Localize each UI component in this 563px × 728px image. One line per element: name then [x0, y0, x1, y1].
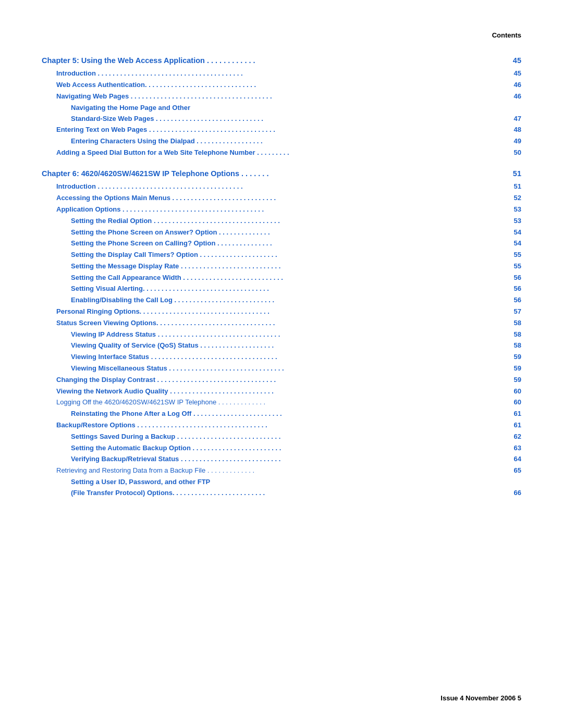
toc-entry-label: Web Access Authentication. . . . . . . .…	[56, 80, 256, 91]
toc-entry-page: 53	[507, 216, 521, 227]
chapter-page-num: 45	[507, 55, 521, 66]
toc-entry-label: Logging Off the 4620/4620SW/4621SW IP Te…	[56, 397, 265, 408]
toc-entry-page: 56	[507, 273, 521, 283]
toc-entry-label: Navigating Web Pages . . . . . . . . . .…	[56, 91, 272, 102]
toc-entry-intro6: Introduction . . . . . . . . . . . . . .…	[42, 181, 521, 192]
toc-entry-label: Personal Ringing Options. . . . . . . . …	[56, 306, 270, 317]
toc-entry-label: Entering Characters Using the Dialpad . …	[71, 136, 263, 147]
toc-entry-accessmain: Accessing the Options Main Menus . . . .…	[42, 193, 521, 204]
chapter-title: Chapter 5: Using the Web Access Applicat…	[42, 55, 507, 66]
toc-entry-setcalling: Setting the Phone Screen on Calling? Opt…	[42, 238, 521, 249]
toc-entry-page: 60	[507, 386, 521, 397]
toc-entry-label: Viewing Interface Status . . . . . . . .…	[71, 352, 277, 363]
toc-entry-viewnetaudio: Viewing the Network Audio Quality . . . …	[42, 386, 521, 397]
toc-entry-label: (File Transfer Protocol) Options. . . . …	[71, 488, 265, 499]
toc-entry-line2: (File Transfer Protocol) Options. . . . …	[71, 488, 521, 499]
toc-entry-settingssaved: Settings Saved During a Backup . . . . .…	[42, 431, 521, 442]
toc-entry-retrieverestore: Retrieving and Restoring Data from a Bac…	[42, 465, 521, 476]
toc-entry-label: Application Options . . . . . . . . . . …	[56, 204, 264, 215]
toc-entry-viewip: Viewing IP Address Status . . . . . . . …	[42, 329, 521, 340]
toc-entry-navhome: Navigating the Home Page and OtherStanda…	[42, 103, 521, 125]
toc-entry-label: Viewing Quality of Service (QoS) Status …	[71, 340, 274, 351]
toc-entry-setanswer: Setting the Phone Screen on Answer? Opti…	[42, 227, 521, 238]
toc-entry-label: Verifying Backup/Retrieval Status . . . …	[71, 454, 280, 465]
toc-entry-addspeeddial: Adding a Speed Dial Button for a Web Sit…	[42, 147, 521, 158]
toc-entry-page: 54	[507, 238, 521, 249]
toc-entry-page: 48	[507, 125, 521, 135]
toc-entry-enterdial: Entering Characters Using the Dialpad . …	[42, 136, 521, 147]
toc-entry-label: Introduction . . . . . . . . . . . . . .…	[56, 181, 243, 192]
toc-entry-viewmisc: Viewing Miscellaneous Status . . . . . .…	[42, 363, 521, 374]
toc-entry-page: 58	[507, 329, 521, 340]
toc-entry-page: 64	[507, 454, 521, 465]
toc-entry-changedisp: Changing the Display Contrast . . . . . …	[42, 375, 521, 386]
toc-entry-page: 54	[507, 227, 521, 238]
toc-entry-label: Status Screen Viewing Options. . . . . .…	[56, 318, 275, 329]
toc-entry-page: 55	[507, 261, 521, 272]
header: Contents	[42, 31, 521, 39]
toc-entry-page: 46	[507, 91, 521, 102]
toc-entry-verifystatus: Verifying Backup/Retrieval Status . . . …	[42, 454, 521, 465]
toc-entry-entertext: Entering Text on Web Pages . . . . . . .…	[42, 125, 521, 135]
toc-entry-page: 65	[507, 465, 521, 476]
toc-entry-setcallwidth: Setting the Call Appearance Width . . . …	[42, 273, 521, 283]
toc-entry-page: 66	[507, 488, 521, 499]
toc-entry-label: Setting the Phone Screen on Calling? Opt…	[71, 238, 272, 249]
toc-entry-appopts: Application Options . . . . . . . . . . …	[42, 204, 521, 215]
toc-entry-reinstate: Reinstating the Phone After a Log Off . …	[42, 409, 521, 419]
toc-entry-label: Entering Text on Web Pages . . . . . . .…	[56, 125, 275, 135]
toc-entry-personalring: Personal Ringing Options. . . . . . . . …	[42, 306, 521, 317]
chapter-page-num: 51	[507, 168, 521, 179]
toc-entry-page: 60	[507, 397, 521, 408]
toc-entry-setuserid: Setting a User ID, Password, and other F…	[42, 477, 521, 499]
toc-entry-page: 56	[507, 283, 521, 294]
toc-entry-page: 59	[507, 375, 521, 386]
toc-entry-line1: Setting a User ID, Password, and other F…	[71, 477, 521, 488]
toc-entry-setdisplay: Setting the Display Call Timers? Option …	[42, 250, 521, 261]
toc-entry-setautobackup: Setting the Automatic Backup Option . . …	[42, 443, 521, 454]
toc-entry-label: Backup/Restore Options . . . . . . . . .…	[56, 420, 267, 431]
toc-entry-label: Setting the Redial Option . . . . . . . …	[71, 216, 280, 227]
toc-entry-page: 62	[507, 431, 521, 442]
toc-entry-page: 45	[507, 68, 521, 79]
toc-entry-label: Enabling/Disabling the Call Log . . . . …	[71, 295, 274, 306]
toc-entry-page: 57	[507, 306, 521, 317]
toc-entry-label: Viewing Miscellaneous Status . . . . . .…	[71, 363, 284, 374]
toc-entry-page: 59	[507, 363, 521, 374]
toc-entry-label: Adding a Speed Dial Button for a Web Sit…	[56, 147, 289, 158]
toc-entry-label: Setting Visual Alerting. . . . . . . . .…	[71, 283, 269, 294]
toc-entry-page: 56	[507, 295, 521, 306]
toc-entry-setmsgrate: Setting the Message Display Rate . . . .…	[42, 261, 521, 272]
toc-entry-page: 58	[507, 340, 521, 351]
toc-entry-viewinterface: Viewing Interface Status . . . . . . . .…	[42, 352, 521, 363]
toc-entry-label: Standard-Size Web Pages . . . . . . . . …	[71, 114, 263, 125]
chapter-heading-ch6: Chapter 6: 4620/4620SW/4621SW IP Telepho…	[42, 168, 521, 179]
chapter-title: Chapter 6: 4620/4620SW/4621SW IP Telepho…	[42, 168, 507, 179]
toc-entry-statusscreen: Status Screen Viewing Options. . . . . .…	[42, 318, 521, 329]
toc-entry-page: 49	[507, 136, 521, 147]
toc-entry-page: 53	[507, 204, 521, 215]
toc-entry-backuprestore: Backup/Restore Options . . . . . . . . .…	[42, 420, 521, 431]
toc-entry-label: Reinstating the Phone After a Log Off . …	[71, 409, 282, 419]
toc-entry-page: 50	[507, 147, 521, 158]
toc-entry-page: 52	[507, 193, 521, 204]
toc-entry-page: 58	[507, 318, 521, 329]
toc-entry-page: 47	[507, 114, 521, 125]
toc-entry-label: Setting the Display Call Timers? Option …	[71, 250, 277, 261]
toc-entry-label: Viewing IP Address Status . . . . . . . …	[71, 329, 280, 340]
toc-entry-intro5: Introduction . . . . . . . . . . . . . .…	[42, 68, 521, 79]
toc-entry-label: Accessing the Options Main Menus . . . .…	[56, 193, 276, 204]
toc-entry-label: Viewing the Network Audio Quality . . . …	[56, 386, 274, 397]
toc-entry-viewqos: Viewing Quality of Service (QoS) Status …	[42, 340, 521, 351]
toc-entry-label: Setting the Message Display Rate . . . .…	[71, 261, 280, 272]
toc-entry-enablecalllog: Enabling/Disabling the Call Log . . . . …	[42, 295, 521, 306]
contents-label: Contents	[42, 31, 521, 39]
toc-entry-label: Introduction . . . . . . . . . . . . . .…	[56, 68, 243, 79]
toc-entry-label: Retrieving and Restoring Data from a Bac…	[56, 465, 254, 476]
toc-entry-setvisual: Setting Visual Alerting. . . . . . . . .…	[42, 283, 521, 294]
toc-entry-page: 46	[507, 80, 521, 91]
toc-entry-line2: Standard-Size Web Pages . . . . . . . . …	[71, 114, 521, 125]
toc-entry-label: Changing the Display Contrast . . . . . …	[56, 375, 276, 386]
table-of-contents: Chapter 5: Using the Web Access Applicat…	[42, 55, 521, 499]
toc-entry-page: 61	[507, 420, 521, 431]
